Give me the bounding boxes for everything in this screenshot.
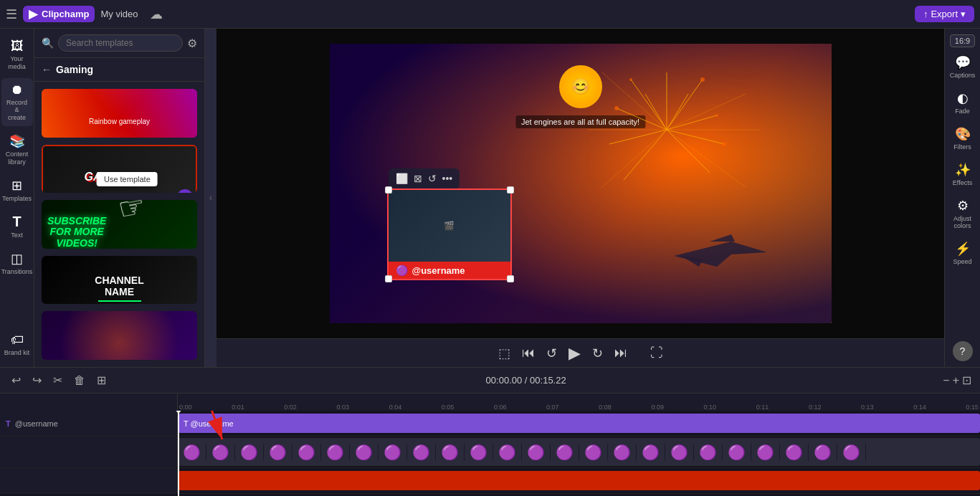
coin-icon: 😊 bbox=[559, 65, 602, 108]
twitch-icon-17: 🟣 bbox=[637, 444, 665, 461]
resize-handle-tr[interactable] bbox=[507, 186, 514, 194]
twitch-icon: 🟣 bbox=[396, 264, 408, 276]
undo-button[interactable]: ↩ bbox=[9, 371, 24, 390]
app-name: Clipchamp bbox=[42, 9, 89, 19]
back-arrow-icon: ← bbox=[42, 64, 52, 75]
right-panel: 16:9 💬 Captions ◐ Fade 🎨 Filters ✨ Effec… bbox=[944, 29, 980, 367]
track-text-overlay: T @username T @username bbox=[0, 411, 980, 437]
rpanel-filters[interactable]: 🎨 Filters bbox=[947, 122, 979, 155]
video-controls: ⬚ ⏮ ↺ ▶ ↻ ⏭ ⛶ bbox=[217, 338, 944, 367]
pip-resize-btn[interactable]: ⊠ bbox=[412, 171, 424, 186]
track-label-video bbox=[0, 468, 178, 493]
track-label-twitch bbox=[0, 437, 178, 467]
video-background: 😊 Jet engines are all at full capacity! bbox=[330, 44, 832, 323]
timeline-tracks: T @username T @username 🟣 🟣 🟣 🟣 🟣 bbox=[0, 411, 980, 496]
twitch-icon-9: 🟣 bbox=[407, 444, 436, 461]
sidebar-item-text[interactable]: T Text bbox=[1, 209, 33, 244]
template-card-rainbow[interactable]: Rainbow gameplay 00:16 Rainbow gameplay … bbox=[42, 89, 197, 138]
template-thumb-4: CHANNELNAME 00:08 bbox=[42, 256, 197, 305]
timeline-timecode: 00:00.00 / 00:15.22 bbox=[486, 375, 566, 386]
zoom-in-button[interactable]: + bbox=[953, 374, 959, 387]
twitch-icon-1: 🟣 bbox=[178, 444, 206, 461]
aspect-ratio-badge[interactable]: 16:9 bbox=[950, 34, 975, 47]
fullscreen-btn[interactable]: ⛶ bbox=[647, 343, 666, 363]
playhead[interactable] bbox=[178, 411, 179, 496]
track-content-icons[interactable]: 🟣 🟣 🟣 🟣 🟣 🟣 🟣 🟣 🟣 🟣 🟣 🟣 🟣 🟣 🟣 🟣 bbox=[178, 437, 980, 467]
sidebar-item-content-library[interactable]: 📚 Content library bbox=[1, 129, 33, 171]
sidebar-item-brand-kit[interactable]: 🏷 Brand kit bbox=[1, 328, 33, 361]
twitch-icon-15: 🟣 bbox=[579, 444, 608, 461]
resize-handle-bl[interactable] bbox=[385, 275, 392, 282]
twitch-icon-13: 🟣 bbox=[522, 444, 551, 461]
template-thumb-5: 00:05 bbox=[42, 311, 197, 360]
play-button[interactable]: ▶ bbox=[566, 341, 584, 366]
track-content-text[interactable]: T @username bbox=[178, 411, 980, 436]
video-clip[interactable] bbox=[178, 471, 980, 490]
rpanel-adjust-colors[interactable]: ⚙ Adjust colors bbox=[947, 194, 979, 234]
filter-icon[interactable]: ⚙ bbox=[187, 37, 197, 50]
rpanel-speed[interactable]: ⚡ Speed bbox=[947, 237, 979, 270]
panel-back-button[interactable]: ← Gaming bbox=[34, 58, 204, 82]
rewind-btn[interactable]: ↺ bbox=[543, 343, 560, 364]
template-card-geometric[interactable]: GAME OVER 00:02 + Use template Geometric… bbox=[42, 145, 197, 194]
redo-button[interactable]: ↪ bbox=[29, 371, 44, 390]
sidebar-item-record-create[interactable]: ⏺ Record &create bbox=[1, 78, 33, 126]
speed-icon: ⚡ bbox=[955, 241, 971, 257]
forward-btn[interactable]: ↻ bbox=[589, 343, 606, 364]
text-clip[interactable]: T @username bbox=[178, 414, 980, 433]
menu-icon[interactable]: ☰ bbox=[6, 6, 17, 22]
twitch-icon-24: 🟣 bbox=[837, 444, 866, 461]
export-button[interactable]: ↑ Export ▾ bbox=[915, 6, 974, 22]
panel-collapse-button[interactable]: ‹ bbox=[205, 29, 217, 367]
timeline-ruler: 0:00 0:01 0:02 0:03 0:04 0:05 0:06 0:07 … bbox=[0, 394, 980, 411]
resize-handle-tl[interactable] bbox=[385, 186, 392, 194]
pip-username: @username bbox=[412, 265, 465, 276]
search-input[interactable] bbox=[58, 34, 183, 52]
search-bar: 🔍 ⚙ bbox=[34, 29, 204, 58]
help-button[interactable]: ? bbox=[953, 341, 973, 361]
template-card-5[interactable]: 00:05 Gaming template bbox=[42, 311, 197, 360]
delete-button[interactable]: 🗑 bbox=[71, 371, 88, 390]
main-area: 🖼 Your media ⏺ Record &create 📚 Content … bbox=[0, 29, 980, 367]
twitch-icon-3: 🟣 bbox=[235, 444, 264, 461]
rpanel-effects[interactable]: ✨ Effects bbox=[947, 158, 979, 191]
zoom-out-button[interactable]: − bbox=[943, 374, 949, 387]
skip-back-btn[interactable]: ⏮ bbox=[519, 343, 538, 363]
duplicate-button[interactable]: ⊞ bbox=[94, 371, 109, 390]
track-name-text: @username bbox=[15, 419, 58, 428]
record-icon: ⏺ bbox=[11, 82, 24, 97]
rpanel-captions[interactable]: 💬 Captions bbox=[947, 50, 979, 83]
your-media-icon: 🖼 bbox=[11, 39, 24, 54]
template-card-outro[interactable]: SUBSCRIBEFOR MOREVIDEOS! 00:08 Modern ga… bbox=[42, 200, 197, 249]
video-canvas[interactable]: 😊 Jet engines are all at full capacity! bbox=[217, 29, 944, 338]
twitch-icon-23: 🟣 bbox=[809, 444, 837, 461]
category-title: Gaming bbox=[56, 64, 93, 75]
twitch-icon-4: 🟣 bbox=[264, 444, 292, 461]
cut-button[interactable]: ✂ bbox=[50, 371, 65, 390]
video-title[interactable]: My video bbox=[100, 9, 138, 19]
template-card-intro[interactable]: CHANNELNAME 00:08 Modern gaming Youtube … bbox=[42, 256, 197, 305]
sidebar-item-transitions[interactable]: ◫ Transitions bbox=[1, 247, 33, 280]
skip-forward-btn[interactable]: ⏭ bbox=[612, 343, 630, 363]
pip-crop-btn[interactable]: ⬜ bbox=[394, 171, 409, 186]
captions-icon: 💬 bbox=[955, 54, 971, 70]
app-logo[interactable]: ▶ Clipchamp bbox=[23, 6, 95, 22]
cloud-icon: ☁ bbox=[150, 6, 163, 22]
pip-container[interactable]: ⬜ ⊠ ↺ ••• 🎬 🟣 @username bbox=[387, 189, 512, 280]
fade-icon: ◐ bbox=[957, 90, 969, 106]
pip-more-btn[interactable]: ••• bbox=[441, 171, 455, 186]
twitch-icon-18: 🟣 bbox=[665, 444, 694, 461]
twitch-icon-19: 🟣 bbox=[694, 444, 723, 461]
pip-username-bar: 🟣 @username bbox=[389, 262, 510, 279]
template-list: Rainbow gameplay 00:16 Rainbow gameplay … bbox=[34, 82, 204, 367]
timeline-toolbar: ↩ ↪ ✂ 🗑 ⊞ 00:00.00 / 00:15.22 − + ⊡ bbox=[0, 368, 980, 394]
sidebar-item-templates[interactable]: ⊞ Templates bbox=[1, 173, 33, 207]
twitch-icon-11: 🟣 bbox=[465, 444, 493, 461]
resize-handle-br[interactable] bbox=[507, 275, 514, 282]
track-content-video[interactable] bbox=[178, 468, 980, 493]
pip-toggle-btn[interactable]: ⬚ bbox=[495, 343, 513, 364]
rpanel-fade[interactable]: ◐ Fade bbox=[947, 86, 979, 119]
pip-rotate-btn[interactable]: ↺ bbox=[427, 171, 438, 186]
fit-button[interactable]: ⊡ bbox=[962, 373, 971, 387]
sidebar-item-your-media[interactable]: 🖼 Your media bbox=[1, 34, 33, 75]
